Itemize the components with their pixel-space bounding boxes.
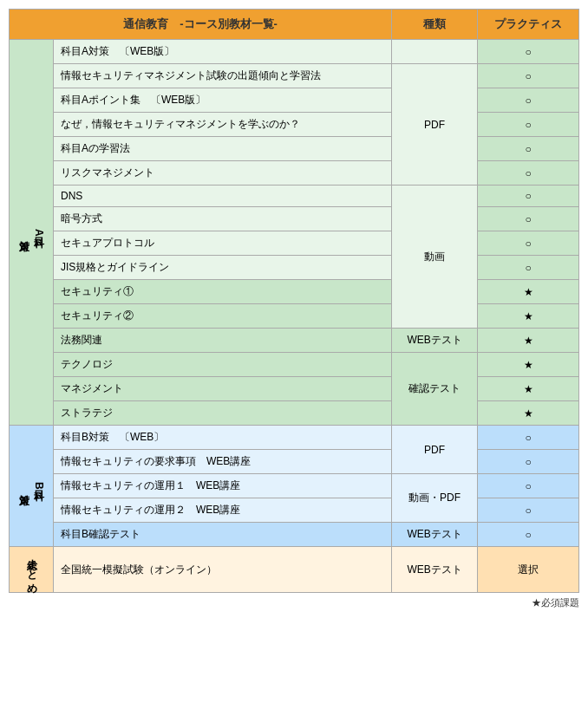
table-row: ストラテジ★: [10, 401, 579, 426]
table-row: 総まとめ全国統一模擬試験（オンライン）WEBテスト選択: [10, 547, 579, 593]
practice-cell: ○: [478, 88, 579, 113]
header-practice: プラクティス: [478, 10, 579, 40]
table-row: 科目B 対策科目B対策 〔WEB〕PDF○: [10, 426, 579, 450]
material-label: セキュリティ①: [54, 280, 392, 304]
material-label: 暗号方式: [54, 207, 392, 231]
material-label: JIS規格とガイドライン: [54, 256, 392, 280]
type-cell: WEBテスト: [392, 547, 478, 593]
practice-cell: ○: [478, 40, 579, 64]
category-cell: 科目B 対策: [10, 426, 54, 547]
material-label: なぜ，情報セキュリティマネジメントを学ぶのか？: [54, 113, 392, 137]
material-label: 情報セキュリティの要求事項 WEB講座: [54, 450, 392, 474]
practice-cell: ★: [478, 280, 579, 304]
practice-cell: 選択: [478, 547, 579, 593]
table-body: 科目A 対策科目A対策 〔WEB版〕○情報セキュリティマネジメント試験の出題傾向…: [10, 40, 579, 593]
practice-cell: ★: [478, 353, 579, 377]
material-label: リスクマネジメント: [54, 161, 392, 186]
table-row: 法務関連WEBテスト★: [10, 329, 579, 353]
table-row: 情報セキュリティの運用１ WEB講座動画・PDF○: [10, 474, 579, 498]
practice-cell: ○: [478, 113, 579, 137]
table-row: リスクマネジメント○: [10, 161, 579, 186]
course-materials-table: 通信教育 -コース別教材一覧- 種類 プラクティス 科目A 対策科目A対策 〔W…: [9, 9, 579, 593]
table-row: テクノロジ確認テスト★: [10, 353, 579, 377]
table-row: セキュリティ①★: [10, 280, 579, 304]
material-label: セキュアプロトコル: [54, 231, 392, 256]
type-cell: WEBテスト: [392, 329, 478, 353]
header-course: 通信教育 -コース別教材一覧-: [10, 10, 392, 40]
type-cell: 動画・PDF: [392, 474, 478, 523]
table-row: 科目Aの学習法○: [10, 137, 579, 161]
practice-cell: ○: [478, 231, 579, 256]
practice-cell: ★: [478, 329, 579, 353]
practice-cell: ○: [478, 523, 579, 547]
table-row: 情報セキュリティの要求事項 WEB講座○: [10, 450, 579, 474]
material-label: 科目B確認テスト: [54, 523, 392, 547]
practice-cell: ○: [478, 161, 579, 186]
material-label: セキュリティ②: [54, 304, 392, 329]
material-label: 情報セキュリティの運用２ WEB講座: [54, 498, 392, 523]
practice-cell: ○: [478, 426, 579, 450]
practice-cell: ★: [478, 377, 579, 401]
material-label: 科目A対策 〔WEB版〕: [54, 40, 392, 64]
type-cell: 動画: [392, 186, 478, 329]
table-header: 通信教育 -コース別教材一覧- 種類 プラクティス: [10, 10, 579, 40]
material-label: 科目Aの学習法: [54, 137, 392, 161]
table-row: DNS動画○: [10, 186, 579, 207]
table-row: JIS規格とガイドライン○: [10, 256, 579, 280]
practice-cell: ★: [478, 304, 579, 329]
practice-cell: ○: [478, 498, 579, 523]
practice-cell: ○: [478, 137, 579, 161]
header-type: 種類: [392, 10, 478, 40]
practice-cell: ★: [478, 401, 579, 426]
category-cell: 科目A 対策: [10, 40, 54, 426]
material-label: テクノロジ: [54, 353, 392, 377]
type-cell: [392, 40, 478, 64]
practice-cell: ○: [478, 186, 579, 207]
table-row: 科目B確認テストWEBテスト○: [10, 523, 579, 547]
material-label: 全国統一模擬試験（オンライン）: [54, 547, 392, 593]
table-row: 暗号方式○: [10, 207, 579, 231]
table-row: 科目Aポイント集 〔WEB版〕○: [10, 88, 579, 113]
material-label: マネジメント: [54, 377, 392, 401]
practice-cell: ○: [478, 256, 579, 280]
practice-cell: ○: [478, 450, 579, 474]
practice-cell: ○: [478, 474, 579, 498]
footer-note: ★必須課題: [9, 593, 579, 609]
material-label: ストラテジ: [54, 401, 392, 426]
type-cell: PDF: [392, 64, 478, 186]
table-row: マネジメント★: [10, 377, 579, 401]
practice-cell: ○: [478, 64, 579, 88]
type-cell: WEBテスト: [392, 523, 478, 547]
type-cell: 確認テスト: [392, 353, 478, 426]
practice-cell: ○: [478, 207, 579, 231]
material-label: DNS: [54, 186, 392, 207]
material-label: 情報セキュリティの運用１ WEB講座: [54, 474, 392, 498]
table-row: なぜ，情報セキュリティマネジメントを学ぶのか？○: [10, 113, 579, 137]
table-row: 科目A 対策科目A対策 〔WEB版〕○: [10, 40, 579, 64]
material-label: 科目Aポイント集 〔WEB版〕: [54, 88, 392, 113]
material-label: 法務関連: [54, 329, 392, 353]
material-label: 情報セキュリティマネジメント試験の出題傾向と学習法: [54, 64, 392, 88]
table-row: 情報セキュリティマネジメント試験の出題傾向と学習法PDF○: [10, 64, 579, 88]
type-cell: PDF: [392, 426, 478, 474]
category-cell: 総まとめ: [10, 547, 54, 593]
table-row: 情報セキュリティの運用２ WEB講座○: [10, 498, 579, 523]
table-row: セキュアプロトコル○: [10, 231, 579, 256]
table-row: セキュリティ②★: [10, 304, 579, 329]
material-label: 科目B対策 〔WEB〕: [54, 426, 392, 450]
